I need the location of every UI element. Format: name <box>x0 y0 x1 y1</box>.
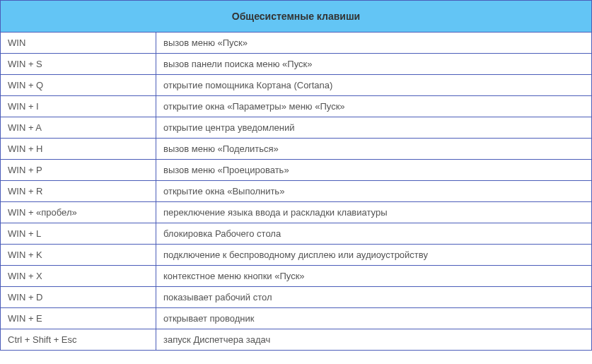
table-row: WIN + Dпоказывает рабочий стол <box>1 287 592 308</box>
shortcut-key: WIN + S <box>1 54 156 75</box>
shortcut-key: WIN + I <box>1 96 156 117</box>
shortcut-description: контекстное меню кнопки «Пуск» <box>156 266 592 287</box>
table-header: Общесистемные клавиши <box>1 1 592 33</box>
shortcut-key: WIN + D <box>1 287 156 308</box>
shortcut-key: WIN + R <box>1 181 156 202</box>
shortcut-key: Ctrl + Shift + Esc <box>1 329 156 351</box>
table-row: WIN + Iоткрытие окна «Параметры» меню «П… <box>1 96 592 117</box>
shortcut-description: блокировка Рабочего стола <box>156 223 592 245</box>
shortcut-key: WIN + K <box>1 245 156 266</box>
shortcut-key: WIN + E <box>1 308 156 329</box>
table-row: WIN + Sвызов панели поиска меню «Пуск» <box>1 54 592 75</box>
shortcut-key: WIN <box>1 33 156 54</box>
shortcut-description: открытие помощника Кортана (Cortana) <box>156 75 592 96</box>
table-row: WIN + Kподключение к беспроводному диспл… <box>1 245 592 266</box>
shortcut-description: вызов меню «Поделиться» <box>156 139 592 160</box>
shortcut-description: вызов панели поиска меню «Пуск» <box>156 54 592 75</box>
table-row: WIN + Rоткрытие окна «Выполнить» <box>1 181 592 202</box>
shortcut-key: WIN + H <box>1 139 156 160</box>
shortcut-description: подключение к беспроводному дисплею или … <box>156 245 592 266</box>
table-row: WIN + Hвызов меню «Поделиться» <box>1 139 592 160</box>
table-row: WIN + Xконтекстное меню кнопки «Пуск» <box>1 266 592 287</box>
shortcut-description: открытие окна «Параметры» меню «Пуск» <box>156 96 592 117</box>
shortcut-description: показывает рабочий стол <box>156 287 592 308</box>
shortcuts-table: Общесистемные клавиши WINвызов меню «Пус… <box>0 0 592 351</box>
shortcut-description: переключение языка ввода и раскладки кла… <box>156 202 592 223</box>
shortcut-key: WIN + X <box>1 266 156 287</box>
table-row: WIN + Qоткрытие помощника Кортана (Corta… <box>1 75 592 96</box>
table-row: WIN + Pвызов меню «Проецировать» <box>1 160 592 181</box>
table-header-row: Общесистемные клавиши <box>1 1 592 33</box>
table-row: WIN + Eоткрывает проводник <box>1 308 592 329</box>
table-row: WIN + Lблокировка Рабочего стола <box>1 223 592 245</box>
table-row: WIN + Aоткрытие центра уведомлений <box>1 117 592 139</box>
table-row: Ctrl + Shift + Escзапуск Диспетчера зада… <box>1 329 592 351</box>
shortcut-key: WIN + P <box>1 160 156 181</box>
shortcut-description: запуск Диспетчера задач <box>156 329 592 351</box>
table-row: WIN + «пробел»переключение языка ввода и… <box>1 202 592 223</box>
shortcut-key: WIN + «пробел» <box>1 202 156 223</box>
shortcut-key: WIN + A <box>1 117 156 139</box>
shortcut-key: WIN + L <box>1 223 156 245</box>
table-row: WINвызов меню «Пуск» <box>1 33 592 54</box>
shortcut-description: открытие окна «Выполнить» <box>156 181 592 202</box>
shortcut-key: WIN + Q <box>1 75 156 96</box>
shortcut-description: открытие центра уведомлений <box>156 117 592 139</box>
shortcut-description: вызов меню «Пуск» <box>156 33 592 54</box>
shortcut-description: открывает проводник <box>156 308 592 329</box>
shortcut-description: вызов меню «Проецировать» <box>156 160 592 181</box>
